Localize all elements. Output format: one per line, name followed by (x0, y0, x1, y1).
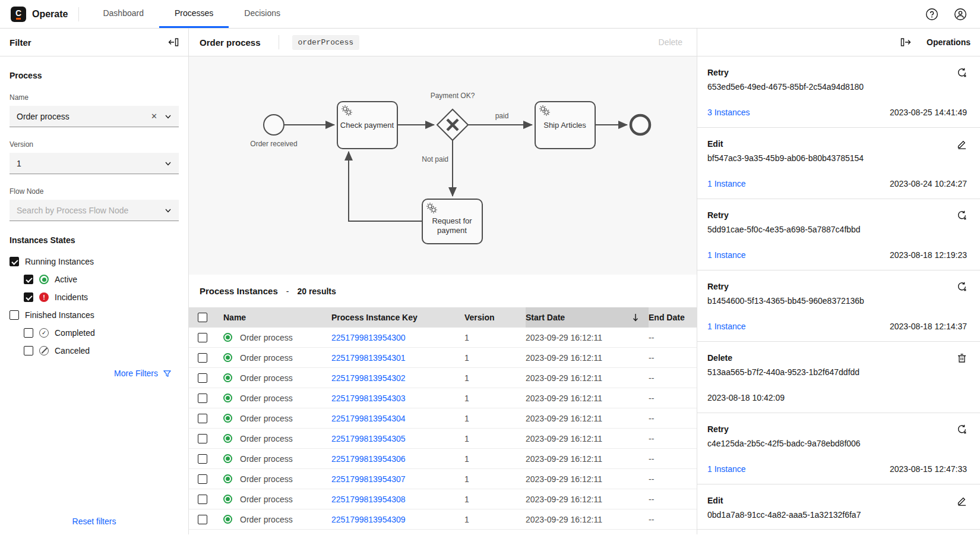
column-header-version[interactable]: Version (464, 313, 526, 322)
table-row[interactable]: Order process 2251799813954302 1 2023-09… (189, 368, 697, 388)
instance-key-link[interactable]: 2251799813954308 (331, 495, 406, 504)
operation-entry: Retry 653ed5e6-49ed-4675-85bf-2c54a (697, 56, 980, 128)
instances-section: Process Instances - 20 results Name Proc… (189, 275, 697, 535)
process-name-select[interactable]: Order process ✕ (10, 106, 179, 127)
filter-running-instances[interactable]: Running Instances (10, 257, 179, 266)
retry-icon[interactable] (957, 68, 967, 78)
operation-instances-link[interactable]: 3 Instances (707, 108, 750, 117)
retry-icon[interactable] (957, 210, 967, 221)
completed-checkbox[interactable] (24, 328, 33, 338)
instance-key-link[interactable]: 2251799813954302 (331, 373, 406, 383)
collapse-filters-icon[interactable] (168, 37, 179, 48)
flow-node-select[interactable] (10, 200, 179, 221)
instances-result-count: 20 results (297, 287, 336, 296)
operation-instances-link[interactable]: 1 Instance (707, 464, 746, 474)
tab-dashboard[interactable]: Dashboard (87, 0, 159, 28)
bpmn-diagram[interactable]: Order received Check payment Payment OK?… (189, 56, 697, 275)
edit-icon[interactable] (957, 496, 967, 506)
retry-icon[interactable] (957, 424, 967, 435)
instance-key-link[interactable]: 2251799813954309 (331, 515, 406, 524)
help-icon[interactable] (925, 8, 938, 21)
operation-id: c4e125da-2b5c-42f5-badc-9a78ebd8f006 (707, 439, 967, 448)
row-checkbox[interactable] (198, 414, 207, 423)
column-header-key[interactable]: Process Instance Key (331, 313, 464, 322)
table-row[interactable]: Order process 2251799813954308 1 2023-09… (189, 489, 697, 509)
row-checkbox[interactable] (198, 495, 207, 504)
column-header-name[interactable]: Name (216, 313, 331, 322)
instance-key-link[interactable]: 2251799813954305 (331, 434, 406, 443)
table-row[interactable]: Order process 2251799813954306 1 2023-09… (189, 449, 697, 469)
table-row[interactable]: Order process 2251799813954303 1 2023-09… (189, 388, 697, 408)
active-checkbox[interactable] (24, 275, 33, 284)
row-checkbox[interactable] (198, 454, 207, 464)
instance-key-link[interactable]: 2251799813954306 (331, 454, 406, 464)
operation-date: 2023-08-25 14:41:49 (890, 108, 967, 117)
running-instances-checkbox[interactable] (10, 257, 19, 266)
filter-finished-instances[interactable]: Finished Instances (10, 310, 179, 320)
operation-instances-link[interactable]: 1 Instance (707, 250, 746, 260)
edit-icon[interactable] (957, 139, 967, 149)
instance-key-link[interactable]: 2251799813954307 (331, 474, 406, 484)
table-row[interactable]: Order process 2251799813954301 1 2023-09… (189, 348, 697, 368)
retry-icon[interactable] (957, 282, 967, 292)
row-checkbox[interactable] (198, 474, 207, 484)
operation-id: 653ed5e6-49ed-4675-85bf-2c54a94d8180 (707, 82, 967, 92)
operation-entry: Retry c4e125da-2b5c-42f5-badc-9a78e (697, 413, 980, 484)
row-checkbox[interactable] (198, 515, 207, 524)
chevron-down-icon (165, 113, 172, 120)
flow-node-input[interactable] (17, 206, 160, 215)
start-event[interactable] (264, 115, 284, 135)
instance-start-date: 2023-09-29 16:12:11 (526, 414, 649, 423)
operation-date: 2023-08-18 12:19:23 (890, 250, 967, 260)
table-row[interactable]: Order process 2251799813954307 1 2023-09… (189, 469, 697, 489)
brand: C Operate (0, 0, 78, 28)
row-checkbox[interactable] (198, 373, 207, 383)
row-checkbox[interactable] (198, 394, 207, 403)
finished-instances-checkbox[interactable] (10, 310, 19, 320)
select-all-checkbox[interactable] (198, 313, 207, 322)
more-filters-label: More Filters (114, 369, 158, 378)
tab-decisions[interactable]: Decisions (229, 0, 296, 28)
operation-instances-link[interactable]: 1 Instance (707, 179, 746, 188)
app-header: C Operate Dashboard Processes Decisions (0, 0, 980, 29)
delete-icon[interactable] (957, 353, 967, 363)
column-header-start-date[interactable]: Start Date (526, 307, 649, 328)
tab-processes[interactable]: Processes (159, 0, 229, 28)
user-icon[interactable] (954, 8, 967, 21)
filter-canceled[interactable]: Canceled (24, 346, 179, 355)
column-header-end-date[interactable]: End Date (649, 313, 697, 322)
instance-name: Order process (240, 353, 293, 363)
table-row[interactable]: Order process 2251799813954305 1 2023-09… (189, 429, 697, 449)
more-filters-button[interactable]: More Filters (114, 369, 172, 378)
instance-key-link[interactable]: 2251799813954300 (331, 333, 406, 342)
task-request-payment-label2: payment (437, 226, 467, 235)
operation-instances-link[interactable]: 1 Instance (707, 322, 746, 331)
canceled-checkbox[interactable] (24, 346, 33, 355)
instance-key-link[interactable]: 2251799813954303 (331, 394, 406, 403)
row-checkbox[interactable] (198, 333, 207, 342)
table-row[interactable]: Order process 2251799813954309 1 2023-09… (189, 509, 697, 530)
instance-key-link[interactable]: 2251799813954301 (331, 353, 406, 363)
incidents-checkbox[interactable] (24, 292, 33, 302)
instance-start-date: 2023-09-29 16:12:11 (526, 353, 649, 363)
filter-active[interactable]: Active (24, 275, 179, 284)
active-instance-icon (223, 373, 232, 382)
version-select[interactable]: 1 (10, 153, 179, 174)
filter-incidents[interactable]: ! Incidents (24, 292, 179, 302)
row-checkbox[interactable] (198, 353, 207, 363)
delete-process-button[interactable]: Delete (654, 35, 687, 49)
end-event[interactable] (631, 115, 650, 134)
collapse-operations-icon[interactable] (900, 37, 911, 48)
filter-completed[interactable]: ✓ Completed (24, 328, 179, 338)
running-instances-label: Running Instances (25, 257, 94, 266)
header-divider (78, 7, 79, 21)
row-checkbox[interactable] (198, 434, 207, 443)
chevron-down-icon (165, 207, 172, 214)
table-row[interactable]: Order process 2251799813954304 1 2023-09… (189, 408, 697, 429)
instance-end-date: -- (649, 353, 697, 363)
clear-name-icon[interactable]: ✕ (148, 112, 160, 121)
table-row[interactable]: Order process 2251799813954300 1 2023-09… (189, 328, 697, 348)
instance-key-link[interactable]: 2251799813954304 (331, 414, 406, 423)
reset-filters-button[interactable]: Reset filters (72, 517, 116, 526)
table-row-partial (189, 530, 697, 535)
